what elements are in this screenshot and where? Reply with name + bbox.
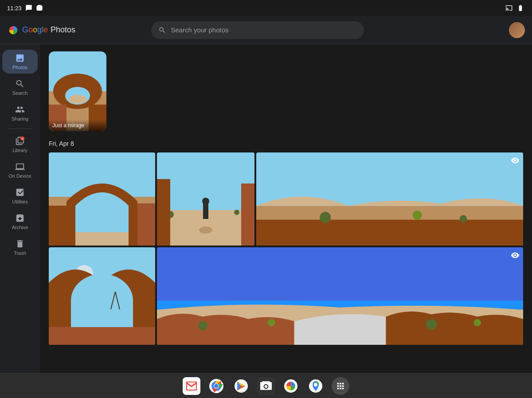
camera-icon bbox=[260, 381, 272, 391]
sidebar-label-archive: Archive bbox=[12, 225, 28, 230]
svg-point-37 bbox=[268, 319, 275, 327]
taskbar-chrome[interactable] bbox=[207, 377, 225, 395]
photo-cell-1[interactable] bbox=[49, 152, 155, 246]
pano-badge-5 bbox=[511, 251, 520, 260]
sidebar-divider bbox=[8, 129, 32, 129]
app-logo: Google Photos bbox=[7, 24, 75, 36]
svg-point-47 bbox=[314, 383, 317, 386]
more-apps-icon bbox=[336, 381, 345, 391]
svg-point-8 bbox=[69, 95, 86, 104]
sidebar-item-sharing[interactable]: Sharing bbox=[2, 101, 38, 125]
device-nav-icon bbox=[15, 162, 25, 172]
gmail-icon bbox=[186, 382, 197, 390]
album-section: Just a mirage bbox=[49, 51, 523, 131]
photo-1-image bbox=[49, 152, 155, 246]
photos-section: Fri, Apr 8 bbox=[49, 140, 523, 345]
search-bar-icon bbox=[158, 26, 166, 34]
search-bar[interactable] bbox=[151, 21, 364, 39]
album-thumbnail: Just a mirage bbox=[49, 51, 106, 131]
google-photos-icon bbox=[284, 379, 297, 393]
photos-logo-icon bbox=[7, 24, 20, 36]
svg-rect-34 bbox=[157, 247, 523, 300]
svg-point-18 bbox=[202, 198, 209, 205]
photo-2-image bbox=[157, 152, 254, 246]
main-layout: Photos Search Sharing 8 Library bbox=[0, 44, 532, 373]
search-nav-icon bbox=[15, 79, 25, 89]
photo-cell-2[interactable] bbox=[157, 152, 254, 246]
status-left: 11:23 bbox=[7, 4, 43, 12]
search-input[interactable] bbox=[171, 26, 357, 34]
sidebar-item-trash[interactable]: Trash bbox=[2, 235, 38, 259]
svg-point-28 bbox=[460, 215, 467, 222]
svg-point-16 bbox=[199, 226, 212, 234]
svg-text:8: 8 bbox=[22, 137, 23, 140]
photo-cell-4[interactable] bbox=[49, 247, 155, 345]
svg-point-27 bbox=[413, 211, 422, 220]
logo-google: Google bbox=[22, 25, 48, 35]
sidebar-label-trash: Trash bbox=[14, 250, 26, 256]
avatar[interactable] bbox=[509, 22, 525, 38]
sidebar-item-photos[interactable]: Photos bbox=[2, 50, 38, 74]
battery-icon bbox=[516, 4, 525, 12]
status-bar: 11:23 bbox=[0, 0, 532, 16]
sidebar-item-on-device[interactable]: On Device bbox=[2, 158, 38, 182]
photo-cell-3[interactable] bbox=[256, 152, 523, 246]
sidebar-item-search[interactable]: Search bbox=[2, 75, 38, 99]
utilities-nav-icon bbox=[15, 187, 25, 197]
logo-photos: Photos bbox=[51, 25, 75, 35]
taskbar-playstore[interactable] bbox=[232, 377, 250, 395]
pano-badge-3 bbox=[511, 156, 520, 165]
album-title: Just a mirage bbox=[49, 120, 106, 131]
photo-5-image bbox=[157, 247, 523, 345]
svg-point-38 bbox=[426, 319, 437, 330]
svg-rect-17 bbox=[203, 203, 208, 219]
archive-nav-icon bbox=[15, 213, 25, 223]
sidebar-item-archive[interactable]: Archive bbox=[2, 210, 38, 234]
taskbar-more-apps[interactable] bbox=[332, 377, 349, 395]
playstore-icon bbox=[235, 379, 248, 393]
top-bar: Google Photos bbox=[0, 16, 532, 44]
photo-cell-5[interactable] bbox=[157, 247, 523, 345]
sidebar-label-sharing: Sharing bbox=[12, 116, 28, 121]
svg-point-20 bbox=[234, 210, 239, 215]
svg-point-26 bbox=[320, 212, 331, 223]
taskbar bbox=[0, 373, 532, 398]
sharing-nav-icon bbox=[15, 105, 25, 114]
time-display: 11:23 bbox=[7, 5, 22, 12]
taskbar-gmail[interactable] bbox=[183, 377, 200, 395]
sidebar-item-utilities[interactable]: Utilities bbox=[2, 184, 38, 208]
date-label: Fri, Apr 8 bbox=[49, 140, 523, 147]
cast-icon bbox=[505, 4, 512, 12]
sidebar: Photos Search Sharing 8 Library bbox=[0, 44, 40, 373]
svg-point-36 bbox=[198, 321, 207, 331]
svg-rect-13 bbox=[75, 232, 129, 246]
svg-rect-25 bbox=[256, 220, 523, 246]
content-area: Just a mirage Fri, Apr 8 bbox=[40, 44, 532, 373]
svg-rect-22 bbox=[241, 183, 254, 246]
photos-grid bbox=[49, 152, 523, 345]
avatar-image bbox=[509, 22, 525, 38]
photo-3-image bbox=[256, 152, 523, 246]
svg-rect-32 bbox=[49, 327, 155, 345]
chrome-icon bbox=[209, 379, 223, 393]
sidebar-label-photos: Photos bbox=[12, 65, 27, 70]
sidebar-item-library[interactable]: 8 Library bbox=[2, 133, 38, 156]
taskbar-camera[interactable] bbox=[257, 377, 275, 395]
maps-icon bbox=[309, 379, 322, 393]
library-nav-icon: 8 bbox=[15, 136, 25, 146]
svg-point-43 bbox=[214, 384, 219, 388]
trash-nav-icon bbox=[15, 239, 25, 249]
album-card[interactable]: Just a mirage bbox=[49, 51, 106, 131]
sidebar-label-utilities: Utilities bbox=[12, 199, 27, 204]
album-photo bbox=[49, 51, 106, 131]
svg-point-39 bbox=[473, 319, 481, 327]
status-right bbox=[505, 4, 525, 12]
taskbar-maps[interactable] bbox=[307, 377, 325, 395]
taskbar-photos[interactable] bbox=[282, 377, 300, 395]
svg-rect-21 bbox=[157, 179, 170, 246]
photos-nav-icon bbox=[15, 53, 25, 63]
sim-icon bbox=[36, 4, 43, 12]
sidebar-label-on-device: On Device bbox=[8, 173, 31, 179]
sidebar-label-search: Search bbox=[12, 90, 28, 96]
photo-4-image bbox=[49, 247, 155, 345]
